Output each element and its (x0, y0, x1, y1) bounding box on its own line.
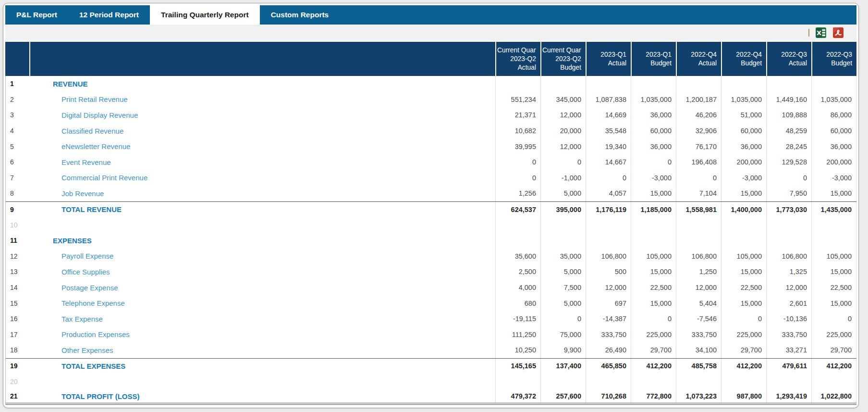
report-page: P&L Report 12 Period Report Trailing Qua… (0, 0, 868, 412)
cell-value: 12,000 (540, 138, 586, 154)
cell-value: 225,000 (721, 327, 766, 343)
cell-value: 7,104 (676, 186, 721, 201)
cell-value: 19,340 (586, 138, 631, 154)
cell-value: 15,000 (631, 186, 676, 201)
account-label[interactable]: TOTAL REVENUE (30, 202, 495, 217)
account-label[interactable]: Other Expenses (30, 342, 495, 358)
cell-value: 1,325 (766, 264, 811, 280)
cell-value: 15,000 (811, 295, 856, 311)
account-label[interactable]: Print Retail Revenue (30, 92, 495, 108)
column-header-quarter: 2023-Q2 (510, 55, 536, 63)
pdf-export-icon[interactable] (832, 27, 844, 38)
cell-value (721, 374, 766, 389)
cell-value: 710,268 (586, 389, 631, 403)
cell-value: 1,250 (676, 264, 721, 280)
table-row: 7Commercial Print Revenue0-1,0000-3,0000… (6, 170, 856, 186)
cell-value: 60,000 (721, 123, 766, 139)
table-row: 10 (6, 217, 856, 233)
column-header: 2022-Q4Actual (676, 42, 721, 76)
cell-value: 109,888 (766, 107, 811, 123)
cell-value: 15,000 (721, 186, 766, 201)
cell-value: 412,200 (811, 359, 856, 374)
cell-value: 46,206 (676, 107, 721, 123)
cell-value (811, 374, 856, 389)
account-label[interactable]: Payroll Expense (30, 249, 495, 264)
account-label[interactable]: Postage Expense (30, 280, 495, 296)
report-card: P&L Report 12 Period Report Trailing Qua… (3, 3, 859, 408)
cell-value: 1,200,187 (676, 92, 721, 108)
account-label[interactable]: Job Revenue (30, 186, 495, 201)
cell-value: -19,115 (495, 311, 540, 327)
cell-value (766, 76, 811, 92)
tab-pl-report[interactable]: P&L Report (5, 5, 68, 25)
account-label[interactable]: Office Supplies (30, 264, 495, 280)
column-header-period-name: Current Quarter (496, 46, 536, 55)
table-row: 14Postage Expense4,0007,50012,00022,5001… (6, 280, 856, 296)
column-header: 2023-Q1Actual (586, 42, 631, 76)
cell-value: 0 (540, 154, 586, 170)
column-header: Current Quarter2023-Q2Budget (540, 42, 586, 76)
cell-value (540, 217, 586, 233)
cell-value: 12,000 (676, 280, 721, 296)
cell-value (586, 374, 631, 389)
cell-value: 1,022,800 (811, 389, 856, 403)
cell-value (676, 374, 721, 389)
account-label[interactable]: TOTAL EXPENSES (30, 359, 495, 374)
account-label[interactable]: Digital Display Revenue (30, 107, 495, 123)
table-row: 19TOTAL EXPENSES145,165137,400465,850412… (6, 358, 856, 374)
cell-value: 1,558,981 (676, 202, 721, 217)
account-label[interactable]: Production Expenses (30, 327, 495, 343)
cell-value: 4,000 (495, 280, 540, 296)
column-header-quarter: 2023-Q1 (646, 50, 672, 59)
account-label[interactable]: Telephone Expense (30, 295, 495, 311)
cell-value: 772,800 (631, 389, 676, 403)
tab-custom-reports[interactable]: Custom Reports (260, 5, 340, 25)
cell-value: 0 (721, 311, 766, 327)
cell-value: 1,435,000 (811, 202, 856, 217)
row-number: 18 (6, 346, 30, 354)
cell-value: 333,750 (586, 327, 631, 343)
account-label[interactable]: eNewsletter Revenue (30, 138, 495, 154)
table-row: 20 (6, 374, 856, 389)
report-tab-bar: P&L Report 12 Period Report Trailing Qua… (5, 5, 856, 25)
account-label[interactable]: EXPENSES (30, 233, 495, 249)
cell-value: 1,185,000 (631, 202, 676, 217)
row-number: 3 (6, 111, 30, 119)
account-label[interactable]: Commercial Print Revenue (30, 170, 495, 186)
cell-value: 15,000 (811, 264, 856, 280)
header-account-cell (29, 42, 495, 76)
column-header: 2022-Q4Budget (721, 42, 766, 76)
cell-value (721, 217, 766, 233)
table-row: 21TOTAL PROFIT (LOSS)479,372257,600710,2… (6, 389, 856, 405)
cell-value: 412,200 (721, 359, 766, 374)
cell-value: 0 (631, 154, 676, 170)
table-row: 2Print Retail Revenue551,234345,0001,087… (6, 92, 856, 108)
account-label[interactable]: REVENUE (30, 76, 495, 92)
cell-value (631, 374, 676, 389)
table-row: 8Job Revenue1,2565,0004,05715,0007,10415… (6, 186, 856, 201)
cell-value (766, 233, 811, 249)
cell-value: 51,000 (721, 107, 766, 123)
account-label[interactable]: TOTAL PROFIT (LOSS) (30, 389, 495, 403)
tab-12-period-report[interactable]: 12 Period Report (68, 5, 150, 25)
column-header-scenario: Actual (608, 59, 626, 68)
row-number: 9 (6, 206, 30, 213)
cell-value: 105,000 (631, 249, 676, 264)
table-row: 1REVENUE (6, 76, 856, 92)
cell-value: 36,000 (721, 138, 766, 154)
cell-value: 36,000 (631, 107, 676, 123)
cell-value: 1,087,838 (586, 92, 631, 108)
cell-value: 21,371 (495, 107, 540, 123)
excel-export-icon[interactable]: X (815, 27, 827, 38)
account-label[interactable]: Classified Revenue (30, 123, 495, 139)
cell-value: 29,700 (721, 342, 766, 358)
account-label[interactable]: Tax Expense (30, 311, 495, 327)
cell-value (495, 76, 540, 92)
column-header-scenario: Actual (518, 63, 536, 72)
cell-value: 105,000 (811, 249, 856, 264)
cell-value: 5,404 (676, 295, 721, 311)
account-label[interactable]: Event Revenue (30, 154, 495, 170)
cell-value (495, 233, 540, 249)
table-row: 11EXPENSES (6, 233, 856, 249)
tab-trailing-quarterly-report[interactable]: Trailing Quarterly Report (150, 5, 260, 25)
